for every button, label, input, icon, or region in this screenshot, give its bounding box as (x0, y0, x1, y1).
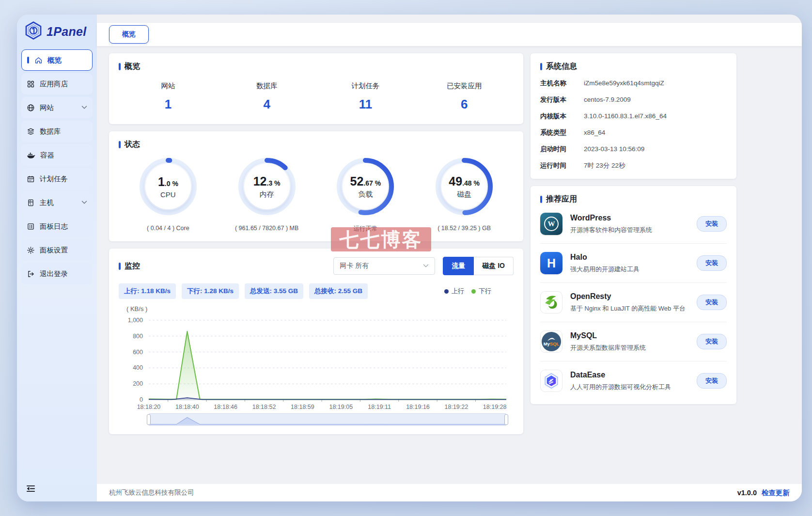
recommended-apps-card: 推荐应用 WWordPress开源博客软件和内容管理系统安装HHalo强大易用的… (531, 186, 736, 404)
gauge-value: 52.67 %负载 (343, 164, 388, 209)
gauge-磁盘: 49.48 %磁盘( 18.52 / 39.25 ) GB (415, 156, 514, 233)
legend-item[interactable]: 上行 (444, 287, 464, 296)
chevron-down-icon (81, 106, 87, 109)
sidebar-item-panel-settings[interactable]: 面板设置 (21, 239, 93, 261)
traffic-stat-chip: 总接收: 2.55 GB (309, 283, 368, 299)
svg-text:18:19:11: 18:19:11 (368, 404, 391, 410)
footer-right: v1.0.0 检查更新 (737, 488, 790, 498)
sidebar-menu: 概览应用商店网站数据库容器计划任务主机面板日志面板设置退出登录 (17, 49, 97, 480)
legend-label: 上行 (452, 287, 464, 296)
svg-text:18:18:20: 18:18:20 (137, 404, 161, 410)
recommended-apps-title: 推荐应用 (540, 194, 727, 204)
brand-logo: 1Panel (17, 15, 97, 49)
app-row-dataease: DataEase人人可用的开源数据可视化分析工具安装 (540, 361, 727, 396)
sidebar-item-label: 网站 (40, 103, 54, 112)
info-label: 主机名称 (540, 78, 584, 88)
chips-holder: 上行: 1.18 KB/s下行: 1.28 KB/s总发送: 3.55 GB总接… (119, 283, 368, 299)
install-button[interactable]: 安装 (697, 334, 727, 349)
svg-text:200: 200 (133, 380, 143, 387)
info-label: 发行版本 (540, 95, 584, 105)
monitor-mode-buttons: 流量磁盘 IO (443, 257, 514, 275)
sidebar-item-host[interactable]: 主机 (21, 192, 93, 213)
system-info-title: 系统信息 (540, 62, 727, 72)
check-update-link[interactable]: 检查更新 (762, 488, 790, 498)
nic-select[interactable]: 网卡 所有 (333, 257, 435, 275)
legend-item[interactable]: 下行 (471, 287, 491, 296)
system-info-row: 启动时间2023-03-13 10:56:09 (540, 144, 727, 154)
install-button[interactable]: 安装 (697, 255, 727, 271)
monitor-card: 监控 网卡 所有 流量磁盘 IO 上行: 1.18 KB/s下行: 1.28 K… (109, 249, 523, 434)
sidebar-item-overview[interactable]: 概览 (21, 49, 93, 71)
info-label: 内核版本 (540, 111, 584, 121)
title-accent-bar (119, 63, 121, 70)
apps-icon (27, 80, 35, 88)
system-info-row: 系统类型x86_64 (540, 128, 727, 138)
svg-text:18:18:46: 18:18:46 (214, 404, 237, 410)
sidebar-item-app-store[interactable]: 应用商店 (21, 73, 93, 94)
title-accent-bar (540, 196, 542, 203)
y-axis-unit-label: ( KB/s ) (126, 305, 514, 313)
sidebar-item-label: 主机 (40, 198, 54, 207)
home-icon (34, 56, 43, 64)
overview-stat[interactable]: 计划任务11 (316, 81, 415, 112)
left-column: 概览 网站1数据库4计划任务11已安装应用6 状态 1.0 %CPU( 0.04… (109, 53, 523, 441)
info-value: 3.10.0-1160.83.1.el7.x86_64 (584, 111, 667, 121)
sidebar-item-website[interactable]: 网站 (21, 97, 93, 118)
datazoom-slider[interactable] (149, 413, 506, 426)
docker-icon (27, 152, 35, 159)
overview-stat[interactable]: 已安装应用6 (415, 81, 514, 112)
chevron-down-icon (423, 264, 429, 268)
footer: 杭州飞致云信息科技有限公司 v1.0.0 检查更新 (97, 484, 802, 501)
sidebar-item-logout[interactable]: 退出登录 (21, 263, 93, 284)
install-button[interactable]: 安装 (697, 295, 727, 310)
sidebar-item-label: 计划任务 (40, 174, 68, 184)
overview-stat[interactable]: 数据库4 (218, 81, 316, 112)
datazoom-right-handle[interactable] (504, 414, 508, 425)
app-row-halo: HHalo强大易用的开源建站工具安装 (540, 244, 727, 283)
company-name: 杭州飞致云信息科技有限公司 (109, 488, 194, 497)
title-accent-bar (119, 263, 121, 270)
traffic-stat-chip: 下行: 1.28 KB/s (182, 283, 239, 299)
monitor-mode-button[interactable]: 磁盘 IO (474, 257, 514, 275)
traffic-chart: 1,000800600400200018:18:2018:18:4018:18:… (119, 313, 514, 412)
app-description: 开源关系型数据库管理系统 (570, 344, 692, 352)
chart-legend: 上行下行 (444, 287, 491, 296)
tab-overview[interactable]: 概览 (109, 25, 149, 44)
monitor-mode-button[interactable]: 流量 (443, 257, 474, 275)
app-window: 1Panel 概览应用商店网站数据库容器计划任务主机面板日志面板设置退出登录 概… (17, 15, 802, 501)
app-name: Halo (570, 253, 692, 262)
info-label: 系统类型 (540, 128, 584, 138)
app-info: MySQL开源关系型数据库管理系统 (570, 331, 692, 352)
stat-label: 数据库 (218, 81, 316, 91)
gauge-ring: 49.48 %磁盘 (433, 156, 495, 218)
gauge-subtext: ( 961.65 / 7820.67 ) MB (235, 225, 298, 232)
status-gauges: 1.0 %CPU( 0.04 / 4 ) Core12.3 %内存( 961.6… (119, 156, 514, 233)
sidebar: 1Panel 概览应用商店网站数据库容器计划任务主机面板日志面板设置退出登录 (17, 15, 97, 501)
dataease-icon (540, 370, 562, 392)
monitor-header: 监控 网卡 所有 流量磁盘 IO (119, 257, 514, 275)
sidebar-item-database[interactable]: 数据库 (21, 121, 93, 142)
svg-text:18:19:16: 18:19:16 (406, 404, 430, 410)
stat-label: 网站 (119, 81, 218, 91)
sidebar-item-container[interactable]: 容器 (21, 144, 93, 166)
app-list: WWordPress开源博客软件和内容管理系统安装HHalo强大易用的开源建站工… (540, 204, 727, 396)
install-button[interactable]: 安装 (697, 216, 727, 232)
stat-value: 6 (415, 97, 514, 112)
sidebar-item-label: 面板设置 (40, 246, 68, 255)
sidebar-item-panel-log[interactable]: 面板日志 (21, 216, 93, 237)
svg-text:1,000: 1,000 (128, 317, 143, 324)
mysql-icon: MySQL (540, 330, 562, 353)
tab-bar: 概览 (97, 23, 802, 46)
install-button[interactable]: 安装 (697, 373, 727, 389)
collapse-sidebar-icon[interactable] (26, 485, 36, 493)
datazoom-left-handle[interactable] (147, 414, 151, 425)
stat-value: 4 (218, 97, 316, 112)
version-label: v1.0.0 (737, 489, 757, 497)
overview-stat[interactable]: 网站1 (119, 81, 218, 112)
sidebar-item-label: 数据库 (40, 127, 61, 136)
gauge-label: CPU (160, 190, 176, 199)
brand-name: 1Panel (47, 25, 86, 39)
stat-value: 11 (316, 97, 415, 112)
sidebar-item-cronjob[interactable]: 计划任务 (21, 168, 93, 189)
gauge-subtext: ( 18.52 / 39.25 ) GB (437, 225, 491, 232)
